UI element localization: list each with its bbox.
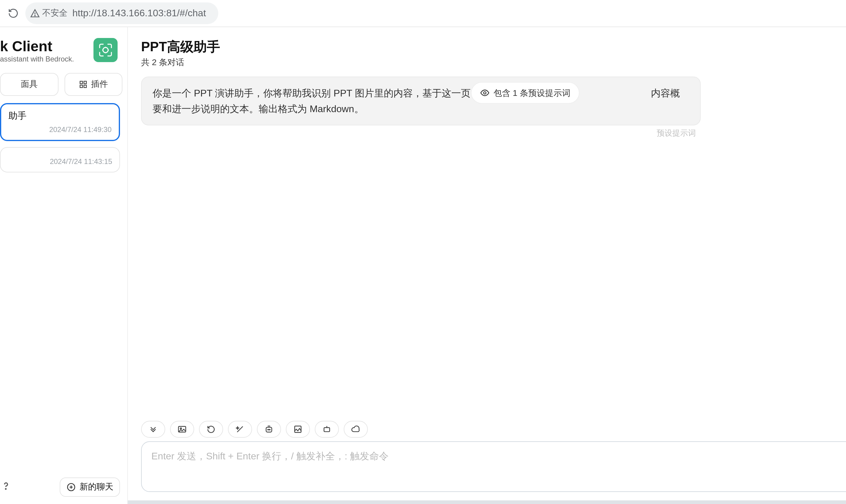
- svg-point-19: [269, 429, 270, 430]
- system-text-a: 你是一个 PPT 演讲助手，你将帮助我识别 PPT 图片里的内容，基于这一页 P: [152, 88, 480, 98]
- eye-icon: [480, 88, 490, 98]
- magic-tool-icon[interactable]: [228, 421, 252, 438]
- help-icon[interactable]: [0, 480, 15, 494]
- composer-toolbar: [128, 417, 846, 441]
- conversation-time: 2024/7/24 11:43:15: [8, 157, 112, 166]
- placeholder: Enter 发送，Shift + Enter 换行，/ 触发补全，: 触发命令: [151, 450, 846, 463]
- bot2-tool-icon[interactable]: [315, 421, 339, 438]
- svg-point-0: [35, 15, 35, 16]
- plugin-label: 插件: [91, 79, 108, 90]
- plus-circle-icon: [66, 482, 76, 492]
- insecure-icon: [30, 8, 40, 18]
- insecure-label: 不安全: [42, 8, 68, 19]
- system-prompt: 你是一个 PPT 演讲助手，你将帮助我识别 PPT 图片里的内容，基于这一页 P…: [141, 76, 701, 125]
- image-tool-icon[interactable]: [170, 421, 194, 438]
- conversation-item[interactable]: 2024/7/24 11:43:15: [0, 147, 120, 173]
- cloud-tool-icon[interactable]: [344, 421, 368, 438]
- robot-tool-icon[interactable]: [257, 421, 281, 438]
- preset-caption: 预设提示词: [141, 125, 701, 139]
- mask-button[interactable]: 面具: [0, 73, 58, 96]
- svg-point-7: [103, 47, 108, 52]
- new-chat-label: 新的聊天: [79, 482, 113, 492]
- conversation-title: 助手: [8, 110, 111, 122]
- svg-point-18: [268, 429, 269, 430]
- brand-subtitle: assistant with Bedrock.: [0, 55, 74, 63]
- refresh-icon[interactable]: [5, 5, 22, 22]
- collapse-icon[interactable]: [141, 421, 165, 438]
- message-input[interactable]: Enter 发送，Shift + Enter 换行，/ 触发补全，: 触发命令 …: [141, 441, 846, 492]
- url-bar[interactable]: 不安全 http://18.143.166.103:81/#/chat: [25, 2, 218, 24]
- preset-badge[interactable]: 包含 1 条预设提示词: [471, 82, 579, 104]
- svg-rect-10: [80, 85, 82, 87]
- url-text: http://18.143.166.103:81/#/chat: [72, 8, 206, 19]
- svg-point-16: [180, 428, 181, 429]
- page-title: PPT高级助手: [141, 38, 220, 56]
- conversation-item[interactable]: 助手 2024/7/24 11:49:30: [0, 103, 120, 141]
- preset-badge-label: 包含 1 条预设提示词: [493, 86, 571, 100]
- svg-rect-11: [84, 85, 86, 87]
- brand-logo: [93, 38, 118, 62]
- refresh-tool-icon[interactable]: [199, 421, 223, 438]
- new-chat-button[interactable]: 新的聊天: [60, 478, 120, 497]
- page-subtitle: 共 2 条对话: [141, 57, 220, 68]
- plugin-button[interactable]: 插件: [64, 73, 122, 96]
- svg-rect-9: [84, 82, 86, 84]
- svg-point-14: [484, 92, 486, 94]
- svg-rect-21: [324, 428, 330, 432]
- mask-label: 面具: [21, 79, 38, 90]
- picture-tool-icon[interactable]: [286, 421, 310, 438]
- grid-icon: [79, 80, 87, 89]
- svg-point-12: [5, 489, 6, 489]
- sidebar: k Client assistant with Bedrock. 面具 插件: [0, 27, 128, 504]
- svg-rect-8: [80, 82, 82, 84]
- message-timestamp: 2024/7/24 11:49:16: [141, 405, 846, 415]
- brand-title: k Client: [0, 38, 74, 55]
- browser-toolbar: 不安全 http://18.143.166.103:81/#/chat 重新启动…: [0, 0, 846, 26]
- conversation-time: 2024/7/24 11:49:30: [8, 125, 111, 134]
